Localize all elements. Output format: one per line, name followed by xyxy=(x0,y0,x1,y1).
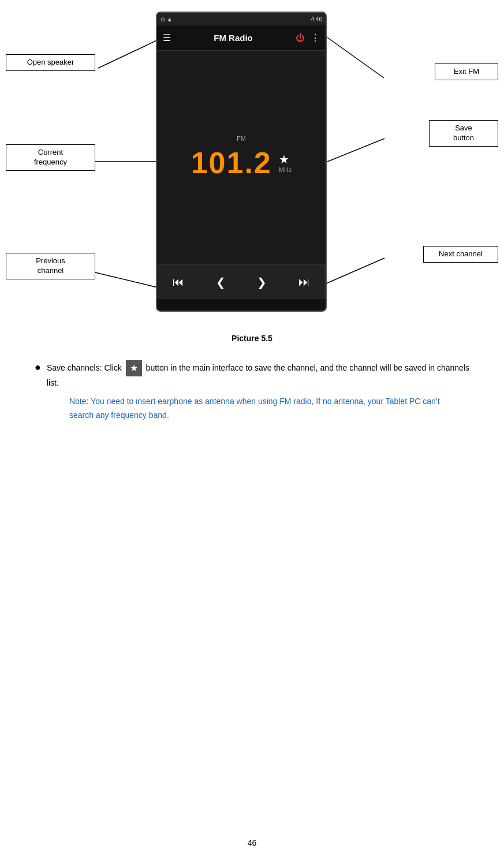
phone-mockup: ⊙ ▲ 4:46 ☰ FM Radio ⏻ ⋮ FM 101.2 ★ MHz xyxy=(156,12,327,312)
svg-line-1 xyxy=(327,38,384,78)
bullet-text: Save channels: Click ★ button in the mai… xyxy=(47,360,481,389)
star-icon: ★ xyxy=(126,360,142,376)
save-button-box: Save button xyxy=(429,120,498,147)
power-icon[interactable]: ⏻ xyxy=(296,33,305,43)
diagram-wrapper: ⊙ ▲ 4:46 ☰ FM Radio ⏻ ⋮ FM 101.2 ★ MHz xyxy=(0,6,504,329)
app-bar: ☰ FM Radio ⏻ ⋮ xyxy=(157,25,326,51)
status-bar: ⊙ ▲ 4:46 xyxy=(157,13,326,25)
exit-fm-box: Exit FM xyxy=(435,64,498,80)
bullet-dot: ● xyxy=(35,360,41,375)
next-channel-box: Next channel xyxy=(423,246,498,263)
prev-skip-button[interactable]: ⏮ xyxy=(173,275,184,289)
status-time: 4:46 xyxy=(311,16,322,23)
open-speaker-box: Open spеaker xyxy=(6,54,95,71)
fm-screen: FM 101.2 ★ MHz xyxy=(157,51,326,264)
diagram-caption: Picture 5.5 xyxy=(0,334,504,343)
next-skip-button[interactable]: ⏭ xyxy=(298,275,310,289)
status-left-icons: ⊙ ▲ xyxy=(160,16,173,23)
list-icon[interactable]: ☰ xyxy=(163,32,171,43)
page-number: 46 xyxy=(0,838,504,847)
fm-mhz-label: MHz xyxy=(279,166,292,173)
app-bar-icons-group: ⏻ ⋮ xyxy=(296,32,320,43)
app-title: FM Radio xyxy=(214,33,253,43)
svg-line-3 xyxy=(327,139,384,162)
previous-channel-box: Previous channel xyxy=(6,253,95,279)
fm-label: FM xyxy=(237,135,246,142)
next-button[interactable]: ❯ xyxy=(257,275,267,289)
fm-frequency-value: 101.2 xyxy=(191,145,272,180)
svg-line-0 xyxy=(98,38,163,68)
fm-controls: ⏮ ❮ ❯ ⏭ xyxy=(157,264,326,299)
freq-row: 101.2 ★ MHz xyxy=(191,145,292,180)
prev-button[interactable]: ❮ xyxy=(216,275,226,289)
bullet-section: ● Save channels: Click ★ button in the m… xyxy=(35,360,481,423)
bullet-item-save: ● Save channels: Click ★ button in the m… xyxy=(35,360,481,389)
more-icon[interactable]: ⋮ xyxy=(311,32,320,43)
note-text: Note: You need to insert earphone as ant… xyxy=(69,395,458,423)
current-frequency-box: Current frequency xyxy=(6,144,95,171)
